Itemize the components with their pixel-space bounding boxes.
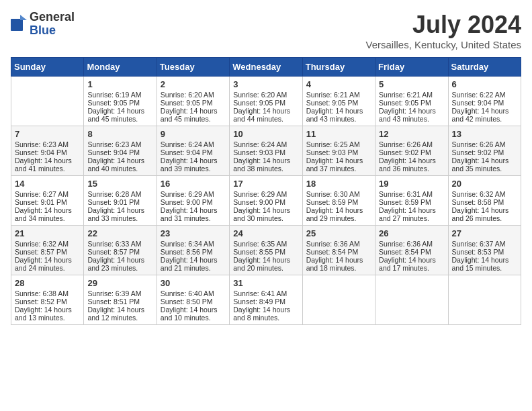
day-number: 1 [87, 79, 152, 89]
day-info: Daylight: 14 hours and 21 minutes. [161, 256, 226, 272]
day-info: Sunset: 9:02 PM [379, 148, 444, 156]
day-info: Sunset: 9:04 PM [161, 148, 226, 156]
day-info: Sunset: 8:57 PM [15, 248, 80, 256]
calendar-header-cell: Thursday [302, 58, 375, 77]
day-info: Daylight: 14 hours and 39 minutes. [161, 156, 226, 173]
calendar-body: 1Sunrise: 6:19 AMSunset: 9:05 PMDaylight… [11, 77, 521, 325]
calendar-cell: 14Sunrise: 6:27 AMSunset: 9:01 PMDayligh… [11, 176, 84, 226]
day-number: 24 [233, 228, 298, 238]
day-info: Sunset: 8:51 PM [87, 298, 152, 306]
calendar-cell: 7Sunrise: 6:23 AMSunset: 9:04 PMDaylight… [11, 126, 84, 176]
day-number: 12 [379, 129, 444, 139]
day-info: Sunrise: 6:30 AM [306, 190, 371, 198]
day-number: 14 [15, 179, 80, 189]
day-info: Daylight: 14 hours and 31 minutes. [161, 206, 226, 222]
calendar-cell: 9Sunrise: 6:24 AMSunset: 9:04 PMDaylight… [157, 126, 229, 176]
svg-marker-1 [20, 15, 27, 20]
calendar-cell: 22Sunrise: 6:33 AMSunset: 8:57 PMDayligh… [84, 226, 157, 275]
day-info: Sunrise: 6:22 AM [452, 91, 517, 99]
day-info: Sunset: 8:54 PM [306, 248, 371, 256]
calendar-cell: 16Sunrise: 6:29 AMSunset: 9:00 PMDayligh… [157, 176, 229, 226]
calendar-cell: 25Sunrise: 6:36 AMSunset: 8:54 PMDayligh… [302, 226, 375, 275]
day-info: Daylight: 14 hours and 30 minutes. [233, 206, 298, 222]
day-info: Daylight: 14 hours and 20 minutes. [233, 256, 298, 272]
logo-icon [11, 15, 27, 34]
day-info: Daylight: 14 hours and 42 minutes. [452, 107, 517, 123]
calendar-week-row: 14Sunrise: 6:27 AMSunset: 9:01 PMDayligh… [11, 176, 521, 226]
calendar-cell: 18Sunrise: 6:30 AMSunset: 8:59 PMDayligh… [302, 176, 375, 226]
calendar-cell: 19Sunrise: 6:31 AMSunset: 8:59 PMDayligh… [375, 176, 448, 226]
calendar-cell: 10Sunrise: 6:24 AMSunset: 9:03 PMDayligh… [230, 126, 302, 176]
day-info: Daylight: 14 hours and 15 minutes. [452, 256, 517, 272]
day-info: Daylight: 14 hours and 24 minutes. [15, 256, 80, 272]
day-info: Daylight: 14 hours and 35 minutes. [452, 156, 517, 173]
calendar-cell: 23Sunrise: 6:34 AMSunset: 8:56 PMDayligh… [157, 226, 229, 275]
day-number: 5 [379, 79, 444, 89]
day-number: 11 [306, 129, 371, 139]
day-info: Sunrise: 6:29 AM [161, 190, 226, 198]
day-info: Sunrise: 6:32 AM [452, 190, 517, 198]
day-info: Sunrise: 6:35 AM [233, 240, 298, 248]
day-number: 3 [233, 79, 298, 89]
day-info: Sunrise: 6:27 AM [15, 190, 80, 198]
day-number: 18 [306, 179, 371, 189]
day-info: Daylight: 14 hours and 29 minutes. [306, 206, 371, 222]
day-number: 26 [379, 228, 444, 238]
calendar-cell: 2Sunrise: 6:20 AMSunset: 9:05 PMDaylight… [157, 77, 229, 126]
day-info: Sunrise: 6:23 AM [87, 140, 152, 148]
day-info: Sunset: 9:05 PM [87, 99, 152, 107]
day-info: Sunset: 9:05 PM [161, 99, 226, 107]
day-number: 31 [233, 278, 298, 288]
day-number: 29 [87, 278, 152, 288]
calendar-header-cell: Tuesday [157, 58, 229, 77]
calendar-cell: 3Sunrise: 6:20 AMSunset: 9:05 PMDaylight… [230, 77, 302, 126]
logo-text: General Blue [30, 11, 75, 38]
calendar-cell: 28Sunrise: 6:38 AMSunset: 8:52 PMDayligh… [11, 275, 84, 325]
header: General Blue July 2024 Versailles, Kentu… [11, 11, 521, 50]
day-info: Sunset: 9:01 PM [87, 198, 152, 206]
day-info: Sunset: 9:01 PM [15, 198, 80, 206]
calendar-cell: 17Sunrise: 6:29 AMSunset: 9:00 PMDayligh… [230, 176, 302, 226]
calendar-cell: 31Sunrise: 6:41 AMSunset: 8:49 PMDayligh… [230, 275, 302, 325]
svg-rect-0 [11, 19, 23, 31]
day-info: Daylight: 14 hours and 41 minutes. [15, 156, 80, 173]
day-info: Daylight: 14 hours and 44 minutes. [233, 107, 298, 123]
calendar-cell [375, 275, 448, 325]
calendar-week-row: 7Sunrise: 6:23 AMSunset: 9:04 PMDaylight… [11, 126, 521, 176]
day-info: Sunrise: 6:20 AM [161, 91, 226, 99]
calendar-cell: 8Sunrise: 6:23 AMSunset: 9:04 PMDaylight… [84, 126, 157, 176]
day-info: Sunset: 9:02 PM [452, 148, 517, 156]
day-info: Sunrise: 6:34 AM [161, 240, 226, 248]
day-info: Sunset: 9:04 PM [15, 148, 80, 156]
day-info: Sunrise: 6:19 AM [87, 91, 152, 99]
day-info: Sunset: 8:59 PM [379, 198, 444, 206]
calendar-header-row: SundayMondayTuesdayWednesdayThursdayFrid… [11, 58, 521, 77]
day-number: 27 [452, 228, 517, 238]
day-info: Sunset: 8:59 PM [306, 198, 371, 206]
calendar-week-row: 21Sunrise: 6:32 AMSunset: 8:57 PMDayligh… [11, 226, 521, 275]
day-info: Daylight: 14 hours and 13 minutes. [15, 306, 80, 322]
calendar: SundayMondayTuesdayWednesdayThursdayFrid… [11, 57, 521, 325]
day-number: 25 [306, 228, 371, 238]
day-number: 8 [87, 129, 152, 139]
calendar-cell: 6Sunrise: 6:22 AMSunset: 9:04 PMDaylight… [448, 77, 521, 126]
day-info: Sunset: 8:53 PM [452, 248, 517, 256]
day-info: Daylight: 14 hours and 43 minutes. [306, 107, 371, 123]
day-info: Sunrise: 6:31 AM [379, 190, 444, 198]
day-info: Sunset: 9:00 PM [161, 198, 226, 206]
day-number: 10 [233, 129, 298, 139]
day-info: Sunset: 8:54 PM [379, 248, 444, 256]
calendar-week-row: 1Sunrise: 6:19 AMSunset: 9:05 PMDaylight… [11, 77, 521, 126]
month-title: July 2024 [365, 11, 521, 39]
day-info: Daylight: 14 hours and 23 minutes. [87, 256, 152, 272]
calendar-cell: 1Sunrise: 6:19 AMSunset: 9:05 PMDaylight… [84, 77, 157, 126]
calendar-cell: 20Sunrise: 6:32 AMSunset: 8:58 PMDayligh… [448, 176, 521, 226]
day-number: 22 [87, 228, 152, 238]
day-info: Sunrise: 6:28 AM [87, 190, 152, 198]
day-number: 7 [15, 129, 80, 139]
day-info: Daylight: 14 hours and 38 minutes. [233, 156, 298, 173]
day-number: 28 [15, 278, 80, 288]
day-number: 23 [161, 228, 226, 238]
day-info: Sunset: 8:49 PM [233, 298, 298, 306]
day-info: Daylight: 14 hours and 34 minutes. [15, 206, 80, 222]
